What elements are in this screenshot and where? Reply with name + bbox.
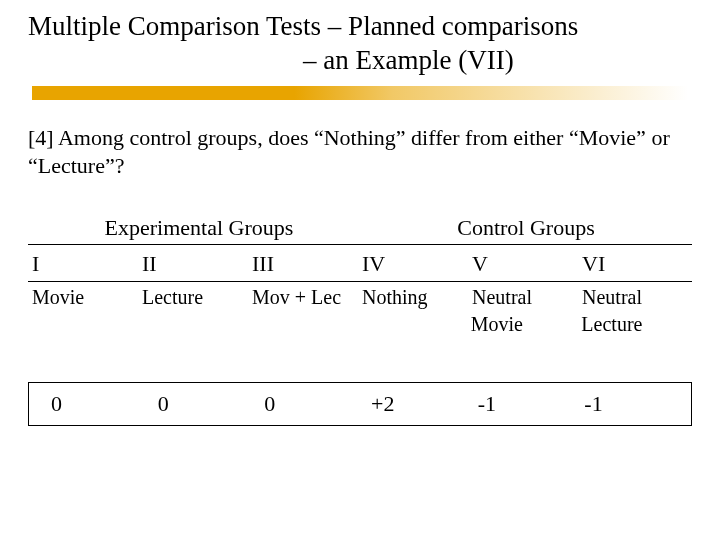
group-header-experimental: Experimental Groups: [28, 215, 360, 245]
coef-5: -1: [478, 391, 585, 417]
label-movie: Movie: [28, 282, 142, 313]
col-I: I: [28, 245, 142, 281]
col-IV: IV: [362, 245, 472, 281]
col-V: V: [472, 245, 582, 281]
coef-4: +2: [371, 391, 478, 417]
question-text: [4] Among control groups, does “Nothing”…: [28, 124, 692, 181]
coef-1: 0: [29, 391, 158, 417]
label-neutral-2: Neutral: [582, 282, 692, 313]
groups-table: Experimental Groups Control Groups I II …: [28, 215, 692, 426]
col-VI: VI: [582, 245, 692, 281]
label-neutral-lecture: Lecture: [581, 313, 692, 336]
coef-6: -1: [584, 391, 691, 417]
label-neutral-1: Neutral: [472, 282, 582, 313]
title-line1: Multiple Comparison Tests – Planned comp…: [28, 10, 692, 44]
labels-row-1: Movie Lecture Mov + Lec Nothing Neutral …: [28, 282, 692, 313]
label-lecture: Lecture: [142, 282, 252, 313]
title-underline: [32, 86, 688, 100]
coefficients-row: 0 0 0 +2 -1 -1: [28, 382, 692, 426]
col-II: II: [142, 245, 252, 281]
group-header-control: Control Groups: [360, 215, 692, 245]
col-III: III: [252, 245, 362, 281]
title-line2: – an Example (VII): [28, 44, 692, 78]
coef-3: 0: [264, 391, 371, 417]
labels-row-2: Movie Lecture: [28, 313, 692, 336]
slide-title: Multiple Comparison Tests – Planned comp…: [28, 10, 692, 78]
label-neutral-movie: Movie: [471, 313, 582, 336]
coef-2: 0: [158, 391, 265, 417]
column-numerals-row: I II III IV V VI: [28, 245, 692, 282]
label-nothing: Nothing: [362, 282, 472, 313]
label-mov-lec: Mov + Lec: [252, 282, 362, 313]
